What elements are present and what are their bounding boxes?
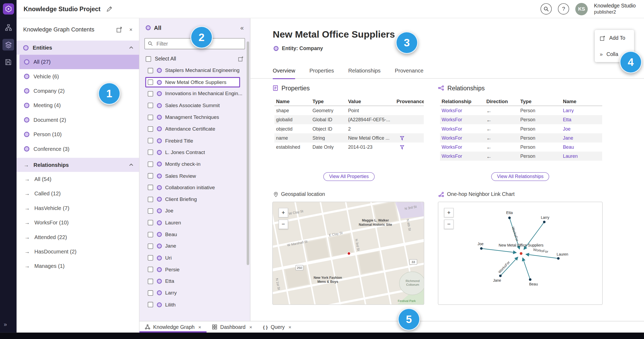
checkbox-icon[interactable] bbox=[148, 162, 153, 167]
scrollbar[interactable] bbox=[247, 41, 249, 265]
relationship-filter-attended[interactable]: →Attended (22) bbox=[17, 230, 139, 244]
map-widget[interactable]: W Clay St E Clay St W Marshall St N 3rd … bbox=[272, 202, 424, 305]
zoom-in-button[interactable]: + bbox=[444, 208, 454, 217]
checkbox-icon[interactable] bbox=[148, 302, 153, 307]
menu-item-add-to[interactable]: Add To bbox=[595, 30, 634, 46]
entity-link[interactable]: Jane bbox=[561, 135, 602, 140]
list-item[interactable]: Innovations in Mechanical Engin... bbox=[140, 88, 250, 100]
list-item[interactable]: Etta bbox=[140, 275, 250, 287]
add-to-panel-icon[interactable] bbox=[116, 26, 123, 33]
checkbox-icon[interactable] bbox=[148, 185, 153, 190]
list-item[interactable]: Joe bbox=[140, 205, 250, 217]
checkbox-icon[interactable] bbox=[148, 220, 153, 225]
entity-filter-conference[interactable]: Conference (3) bbox=[17, 142, 139, 156]
checkbox-icon[interactable] bbox=[148, 197, 153, 202]
entity-link[interactable]: Larry bbox=[561, 108, 602, 113]
entity-link[interactable]: Lauren bbox=[561, 154, 602, 159]
list-item[interactable]: Lilith bbox=[140, 299, 250, 310]
relationship-link[interactable]: WorksFor bbox=[440, 135, 485, 140]
entities-section-header[interactable]: Entities bbox=[17, 41, 139, 55]
list-item[interactable]: Beau bbox=[140, 229, 250, 240]
list-item[interactable]: Lauren bbox=[140, 217, 250, 229]
close-panel-icon[interactable]: × bbox=[129, 26, 132, 33]
relationship-filter-hasvehicle[interactable]: →HasVehicle (7) bbox=[17, 201, 139, 215]
relationship-link[interactable]: WorksFor bbox=[440, 154, 485, 159]
list-item-selected[interactable]: New Metal Office Suppliers bbox=[145, 77, 240, 88]
list-item[interactable]: Attendance Certificate bbox=[140, 123, 250, 135]
relationship-link[interactable]: WorksFor bbox=[440, 144, 485, 150]
layers-icon[interactable] bbox=[2, 39, 14, 51]
relationship-link[interactable]: WorksFor bbox=[440, 126, 485, 131]
entity-filter-company[interactable]: Company (2) bbox=[17, 84, 139, 98]
link-chart-widget[interactable]: Etta Larry Joe Lauren Jane Beau New Meta… bbox=[438, 202, 602, 305]
expand-rail-icon[interactable]: » bbox=[4, 321, 7, 328]
help-icon[interactable]: ? bbox=[558, 3, 569, 14]
checkbox-icon[interactable] bbox=[148, 115, 153, 120]
tab-query[interactable]: { } Query × bbox=[258, 321, 297, 333]
relationship-filter-all[interactable]: →All (54) bbox=[17, 172, 139, 186]
tab-provenance[interactable]: Provenance bbox=[395, 64, 423, 79]
tab-dashboard[interactable]: Dashboard × bbox=[207, 321, 258, 333]
provenance-icon[interactable] bbox=[400, 136, 404, 140]
search-icon[interactable] bbox=[541, 3, 552, 14]
close-tab-icon[interactable]: × bbox=[249, 324, 252, 330]
list-item[interactable]: Montly check-in bbox=[140, 158, 250, 170]
list-item[interactable]: Collaboration initiative bbox=[140, 182, 250, 193]
entity-link[interactable]: Joe bbox=[561, 126, 602, 131]
zoom-in-button[interactable]: + bbox=[279, 208, 288, 217]
relationship-filter-hasdocument[interactable]: →HasDocument (2) bbox=[17, 244, 139, 259]
list-item[interactable]: Jane bbox=[140, 240, 250, 252]
user-avatar[interactable]: KS bbox=[575, 3, 588, 15]
relationship-link[interactable]: WorksFor bbox=[440, 108, 485, 113]
entity-link[interactable]: Etta bbox=[561, 117, 602, 122]
provenance-icon[interactable] bbox=[400, 145, 404, 149]
edit-title-icon[interactable] bbox=[106, 6, 112, 12]
relationship-filter-manages[interactable]: →Manages (1) bbox=[17, 259, 139, 273]
checkbox-icon[interactable] bbox=[148, 290, 153, 296]
entity-link[interactable]: Beau bbox=[561, 144, 602, 150]
list-item[interactable]: L. Jones Contract bbox=[140, 147, 250, 158]
zoom-out-button[interactable]: − bbox=[279, 220, 288, 229]
chevron-up-icon[interactable] bbox=[129, 46, 133, 49]
list-item[interactable]: Persie bbox=[140, 264, 250, 276]
zoom-out-button[interactable]: − bbox=[444, 220, 454, 229]
save-icon[interactable] bbox=[2, 56, 14, 68]
tab-overview[interactable]: Overview bbox=[273, 64, 295, 79]
list-item[interactable]: Uri bbox=[140, 252, 250, 264]
tab-knowledge-graph[interactable]: Knowledge Graph × bbox=[140, 321, 207, 333]
relationship-filter-worksfor[interactable]: →WorksFor (10) bbox=[17, 215, 139, 230]
entity-filter-person[interactable]: Person (10) bbox=[17, 127, 139, 142]
checkbox-icon[interactable] bbox=[148, 150, 153, 155]
list-item[interactable]: Firebird Title bbox=[140, 135, 250, 147]
select-all-checkbox[interactable] bbox=[146, 56, 151, 62]
checkbox-icon[interactable] bbox=[148, 232, 153, 237]
checkbox-icon[interactable] bbox=[148, 91, 153, 96]
list-item[interactable]: Staplers Mechanical Engineering bbox=[140, 64, 250, 76]
close-tab-icon[interactable]: × bbox=[288, 324, 291, 330]
entity-filter-vehicle[interactable]: Vehicle (6) bbox=[17, 69, 139, 84]
collapse-panel-icon[interactable]: « bbox=[240, 24, 244, 31]
close-tab-icon[interactable]: × bbox=[198, 324, 201, 330]
relationship-link[interactable]: WorksFor bbox=[440, 117, 485, 122]
chevron-up-icon[interactable] bbox=[129, 164, 133, 166]
entity-filter-all[interactable]: All (27) bbox=[19, 55, 139, 69]
checkbox-icon[interactable] bbox=[148, 173, 153, 179]
checkbox-icon[interactable] bbox=[148, 279, 153, 284]
view-all-relationships-button[interactable]: View All Relationships bbox=[491, 172, 549, 181]
entity-filter-meeting[interactable]: Meeting (4) bbox=[17, 98, 139, 112]
checkbox-icon[interactable] bbox=[148, 80, 153, 85]
checkbox-icon[interactable] bbox=[148, 126, 153, 132]
relationship-filter-called[interactable]: →Called (12) bbox=[17, 186, 139, 201]
list-item[interactable]: Client Briefing bbox=[140, 193, 250, 205]
checkbox-icon[interactable] bbox=[148, 103, 153, 108]
tab-properties[interactable]: Properties bbox=[309, 64, 334, 79]
hierarchy-icon[interactable] bbox=[2, 22, 14, 33]
checkbox-icon[interactable] bbox=[148, 243, 153, 249]
checkbox-icon[interactable] bbox=[148, 267, 153, 272]
list-item[interactable]: Sales Review bbox=[140, 170, 250, 182]
list-item[interactable]: Larry bbox=[140, 287, 250, 299]
checkbox-icon[interactable] bbox=[148, 208, 153, 214]
view-all-properties-button[interactable]: View All Properties bbox=[323, 172, 374, 181]
checkbox-icon[interactable] bbox=[148, 138, 153, 143]
list-item[interactable]: Managment Techniques bbox=[140, 111, 250, 123]
